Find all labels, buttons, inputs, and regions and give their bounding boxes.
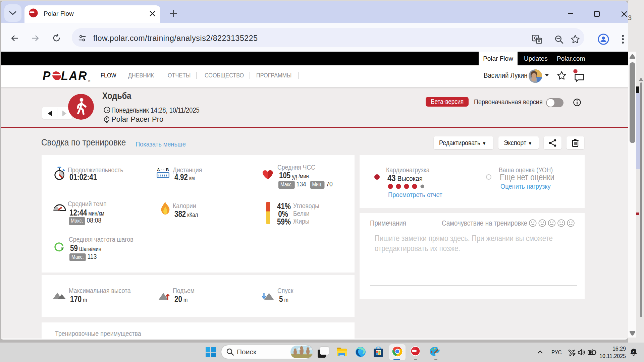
svg-text:z: z xyxy=(635,348,636,351)
svg-text:z: z xyxy=(633,350,634,354)
svg-text:A: A xyxy=(157,168,160,172)
svg-text:B: B xyxy=(166,168,169,172)
